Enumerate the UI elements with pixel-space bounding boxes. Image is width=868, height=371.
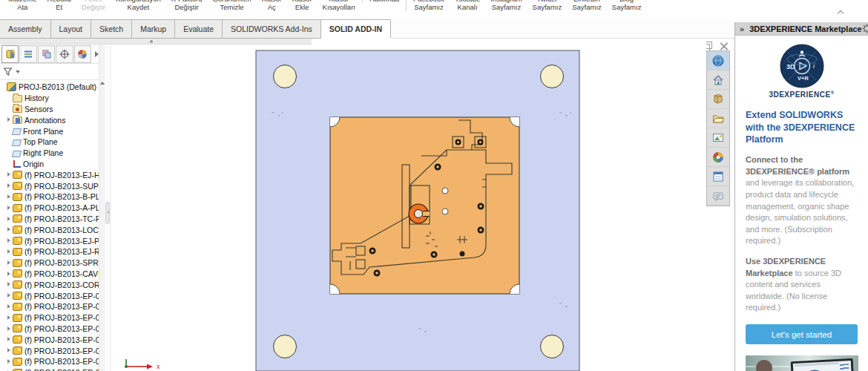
toolbar-button[interactable]: Linkedin Sayfamız bbox=[567, 0, 607, 11]
tree-item[interactable]: (f) PROJ-B2013-SUPPOR bbox=[0, 180, 99, 191]
lets-get-started-button[interactable]: Let's get started bbox=[746, 324, 858, 344]
expand-arrow-icon[interactable] bbox=[6, 159, 13, 170]
expand-arrow-icon[interactable] bbox=[6, 301, 13, 312]
custom-properties-icon[interactable] bbox=[707, 167, 729, 186]
file-explorer-icon[interactable] bbox=[707, 109, 729, 128]
expand-arrow-icon[interactable] bbox=[6, 269, 13, 280]
displaymanager-tab[interactable] bbox=[74, 45, 91, 63]
expand-arrow-icon[interactable] bbox=[6, 324, 13, 335]
tree-item[interactable]: PROJ-B2013 (Default) <Disp bbox=[0, 82, 99, 93]
tree-item[interactable]: (f) PROJ-B2013-EP-01<1 bbox=[0, 290, 99, 301]
toolbar-button[interactable]: Klasör Kısayolları bbox=[318, 0, 361, 11]
expand-arrow-icon[interactable] bbox=[6, 367, 13, 371]
tree-item[interactable]: Top Plane bbox=[0, 137, 99, 148]
dimxpertmanager-tab[interactable] bbox=[56, 45, 73, 63]
svg-text:V+R: V+R bbox=[798, 75, 809, 82]
collapse-toolbar-icon[interactable] bbox=[838, 10, 844, 15]
toolbar-button[interactable]: Antet Değiştir bbox=[76, 0, 111, 11]
expand-arrow-icon[interactable] bbox=[6, 246, 13, 257]
design-library-icon[interactable] bbox=[707, 90, 729, 109]
expand-arrow-icon[interactable] bbox=[6, 235, 13, 246]
appearances-scenes-icon[interactable] bbox=[707, 148, 729, 167]
tree-item[interactable]: Annotations bbox=[0, 114, 99, 125]
tree-item[interactable]: (f) PROJ-B2013-EP-04<1 bbox=[0, 324, 99, 335]
graphics-viewport[interactable]: x bbox=[111, 39, 706, 371]
commandmanager-collapsed-strip[interactable] bbox=[0, 39, 312, 45]
marketplace-globe-icon[interactable] bbox=[707, 51, 729, 70]
tree-item[interactable]: (f) PROJ-B2013-EP-08<1 bbox=[0, 367, 99, 371]
expand-arrow-icon[interactable] bbox=[6, 290, 13, 301]
expand-arrow-icon[interactable] bbox=[6, 334, 13, 345]
view-palette-icon[interactable] bbox=[707, 128, 729, 148]
settings-gear-icon[interactable] bbox=[862, 24, 868, 33]
tree-item[interactable]: (f) PROJ-B2013-EP-02<1 bbox=[0, 301, 99, 312]
expand-arrow-icon[interactable] bbox=[0, 82, 7, 93]
splitter-handle[interactable] bbox=[105, 202, 110, 224]
toolbar-button[interactable]: Rebuild Et bbox=[42, 0, 76, 11]
expand-arrow-icon[interactable] bbox=[6, 214, 13, 225]
toolbar-button[interactable]: Klasör Ekle bbox=[287, 0, 318, 11]
commandmanager-tab[interactable]: SOLIDWORKS Add-Ins bbox=[223, 19, 321, 39]
filter-dropdown-icon[interactable] bbox=[16, 70, 20, 73]
tree-item[interactable]: (f) PROJ-B2013-SPRUE-E bbox=[0, 257, 99, 269]
tree-item[interactable]: (f) PROJ-B2013-EP-03<1 bbox=[0, 312, 99, 324]
tree-item[interactable]: Sensors bbox=[0, 104, 99, 115]
toolbar-button[interactable]: Malzeme Ata bbox=[3, 0, 42, 11]
tree-item[interactable]: (f) PROJ-B2013-EJ-RETA bbox=[0, 246, 99, 257]
expand-arrow-icon[interactable] bbox=[6, 279, 13, 290]
expand-arrow-icon[interactable] bbox=[6, 312, 13, 324]
configurationmanager-tab[interactable] bbox=[38, 45, 55, 63]
commandmanager-tab[interactable]: Sketch bbox=[91, 19, 132, 39]
expand-arrow-icon[interactable] bbox=[6, 257, 13, 269]
tree-item[interactable]: History bbox=[0, 93, 99, 104]
commandmanager-tab[interactable]: Assembly bbox=[0, 19, 51, 39]
tree-item[interactable]: (f) PROJ-B2013-LOCK-RI bbox=[0, 224, 99, 235]
propertymanager-tab[interactable] bbox=[19, 45, 36, 63]
tree-item[interactable]: (f) PROJ-B2013-EJ-PLAT bbox=[0, 235, 99, 246]
tree-item[interactable]: (f) PROJ-B2013-CORE<1 bbox=[0, 279, 99, 290]
toolbar-button[interactable]: Hakkında bbox=[362, 0, 404, 3]
expand-arrow-icon[interactable] bbox=[6, 93, 13, 104]
tree-item[interactable]: (f) PROJ-B2013-EP-07<1 bbox=[0, 356, 99, 367]
tree-item[interactable]: (f) PROJ-B2013-B-PLATE bbox=[0, 191, 99, 203]
toolbar-button[interactable]: Blog Sayfamız bbox=[607, 0, 647, 11]
toolbar-button[interactable]: Görünümleri Temizle bbox=[207, 0, 256, 11]
close-icon[interactable] bbox=[720, 42, 729, 50]
expand-arrow-icon[interactable] bbox=[6, 104, 13, 115]
tree-item[interactable]: (f) PROJ-B2013-A-PLATE bbox=[0, 203, 99, 214]
commandmanager-tab[interactable]: Layout bbox=[51, 19, 92, 39]
tree-item[interactable]: Origin bbox=[0, 159, 99, 170]
expand-arrow-icon[interactable] bbox=[6, 180, 13, 191]
tree-filter-row[interactable] bbox=[0, 64, 99, 80]
expand-arrow-icon[interactable] bbox=[6, 356, 13, 367]
tree-item[interactable]: (f) PROJ-B2013-CAVITY- bbox=[0, 269, 99, 280]
expand-arrow-icon[interactable] bbox=[6, 191, 13, 203]
collapse-panel-icon[interactable]: » bbox=[740, 24, 743, 33]
toolbar-button[interactable]: K-Faktörü Değiştir bbox=[166, 0, 208, 11]
forum-icon[interactable] bbox=[707, 186, 729, 206]
toolbar-button[interactable]: Youtube Kanalı bbox=[450, 0, 486, 11]
toolbar-button[interactable]: Facebook Sayfamız bbox=[406, 0, 450, 11]
tree-item[interactable]: (f) PROJ-B2013-EJ-HOUS bbox=[0, 169, 99, 180]
featuremanager-tab[interactable] bbox=[1, 45, 19, 63]
commandmanager-tab[interactable]: SOLID ADD-IN bbox=[321, 19, 391, 39]
expand-arrow-icon[interactable] bbox=[6, 224, 13, 235]
tree-item[interactable]: (f) PROJ-B2013-EP-05<1 bbox=[0, 334, 99, 345]
expand-arrow-icon[interactable] bbox=[6, 345, 13, 356]
toolbar-button[interactable]: Instagram Sayfamız bbox=[485, 0, 527, 11]
toolbar-button[interactable]: Klasör Aç bbox=[257, 0, 287, 11]
toolbar-button[interactable]: Konfigürasyon Kaydet bbox=[111, 0, 166, 11]
tree-item[interactable]: (f) PROJ-B2013-TC-PLAT bbox=[0, 214, 99, 225]
expand-arrow-icon[interactable] bbox=[6, 169, 13, 180]
expand-arrow-icon[interactable] bbox=[6, 203, 13, 214]
home-resources-icon[interactable] bbox=[707, 70, 729, 90]
tree-item[interactable]: (f) PROJ-B2013-EP-06<1 bbox=[0, 345, 99, 356]
tree-item[interactable]: Right Plane bbox=[0, 148, 99, 159]
tree-scrollbar[interactable] bbox=[99, 45, 105, 371]
commandmanager-tab[interactable]: Evaluate bbox=[175, 19, 223, 39]
commandmanager-tab[interactable]: Markup bbox=[132, 19, 175, 39]
toolbar-button[interactable]: Twitter Sayfamız bbox=[527, 0, 568, 11]
tree-item[interactable]: Front Plane bbox=[0, 125, 99, 137]
expand-arrow-icon[interactable] bbox=[6, 114, 13, 125]
panel-splitter[interactable] bbox=[105, 39, 111, 371]
